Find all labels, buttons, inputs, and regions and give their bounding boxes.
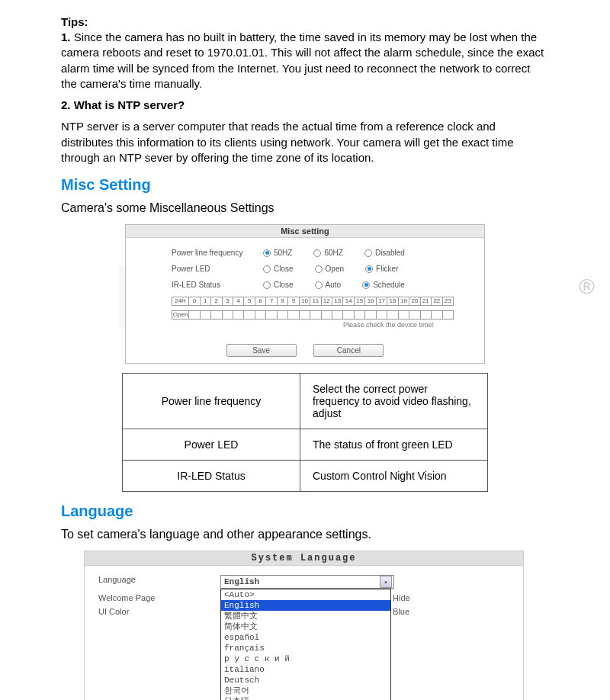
desc-r1a: Power line frequency: [123, 374, 300, 429]
label-welcome: Welcome Page: [98, 593, 220, 602]
save-button[interactable]: Save: [226, 344, 297, 357]
dropdown-option[interactable]: italiano: [221, 664, 390, 675]
tip2-label: 2. What is NTP server?: [61, 98, 549, 113]
opt-ir-schedule[interactable]: Schedule: [362, 281, 405, 289]
dropdown-option[interactable]: español: [221, 632, 390, 643]
tip1-text: Since the camera has no built in battery…: [61, 31, 544, 90]
system-language-panel: System Language Language English ▾ Welco…: [84, 551, 524, 700]
panel-title: Misc setting: [126, 225, 484, 238]
dropdown-option[interactable]: 日本語: [221, 696, 390, 700]
language-sub: To set camera's language and other appea…: [61, 528, 549, 541]
label-power-led: Power LED: [172, 265, 263, 273]
language-dropdown[interactable]: <Auto>English繁體中文简体中文españolfrançaisр у …: [220, 589, 391, 700]
label-uicolor: UI Color: [98, 607, 220, 616]
language-heading: Language: [61, 503, 549, 520]
dropdown-option[interactable]: English: [221, 600, 390, 611]
registered-mark: ®: [579, 275, 595, 299]
row-power-led: Power LED Close Open Flicker: [172, 265, 454, 273]
misc-sub: Camera's some Miscellaneous Settings: [61, 201, 549, 215]
opt-ir-close[interactable]: Close: [263, 281, 294, 289]
language-select-value: English: [224, 577, 259, 586]
row-ir-led: IR-LED Status Close Auto Schedule: [172, 281, 454, 289]
desc-table: Power line frequencySelect the correct p…: [122, 373, 488, 492]
misc-panel: Misc setting Power line frequency 50HZ 6…: [125, 224, 485, 364]
label-ir-led: IR-LED Status: [172, 281, 263, 289]
opt-close[interactable]: Close: [263, 265, 294, 273]
opt-open[interactable]: Open: [315, 265, 344, 273]
language-select[interactable]: English ▾: [220, 575, 394, 589]
desc-r1b: Select the correct power frequency to av…: [300, 374, 488, 429]
tip-1: 1. Since the camera has no built in batt…: [61, 30, 549, 92]
chevron-down-icon: ▾: [380, 576, 392, 588]
dropdown-option[interactable]: р у с с к и й: [221, 653, 390, 664]
lang-panel-title: System Language: [85, 551, 523, 566]
dropdown-option[interactable]: <Auto>: [221, 589, 390, 600]
label-language: Language: [98, 575, 220, 589]
tip2-text: NTP server is a server computer that rea…: [61, 119, 549, 165]
value-hide: Hide: [393, 593, 410, 602]
desc-r2a: Power LED: [123, 429, 300, 461]
tip1-num: 1.: [61, 31, 71, 43]
opt-50hz[interactable]: 50HZ: [263, 249, 292, 257]
cancel-button[interactable]: Cancel: [313, 344, 384, 357]
value-blue: Blue: [393, 607, 409, 616]
desc-r3a: IR-LED Status: [123, 461, 300, 492]
opt-flicker[interactable]: Flicker: [365, 265, 398, 273]
opt-disabled[interactable]: Disabled: [364, 249, 405, 257]
dropdown-option[interactable]: 한국어: [221, 686, 390, 696]
schedule-timeline[interactable]: 24H0123456789101112131415161718192021222…: [172, 297, 454, 319]
misc-heading: Misc Setting: [61, 176, 549, 194]
dropdown-option[interactable]: 繁體中文: [221, 611, 390, 621]
desc-r2b: The status of front green LED: [300, 429, 488, 461]
label-power-line: Power line frequency: [172, 249, 263, 257]
row-power-line: Power line frequency 50HZ 60HZ Disabled: [172, 249, 454, 257]
tips-label: Tips:: [61, 15, 549, 28]
opt-60hz[interactable]: 60HZ: [313, 249, 342, 257]
check-device-time: Please check the device time!: [172, 321, 434, 329]
dropdown-option[interactable]: Deutsch: [221, 675, 390, 686]
desc-r3b: Custom Control Night Vision: [300, 461, 488, 492]
opt-ir-auto[interactable]: Auto: [315, 281, 342, 289]
dropdown-option[interactable]: français: [221, 643, 390, 653]
dropdown-option[interactable]: 简体中文: [221, 621, 390, 632]
